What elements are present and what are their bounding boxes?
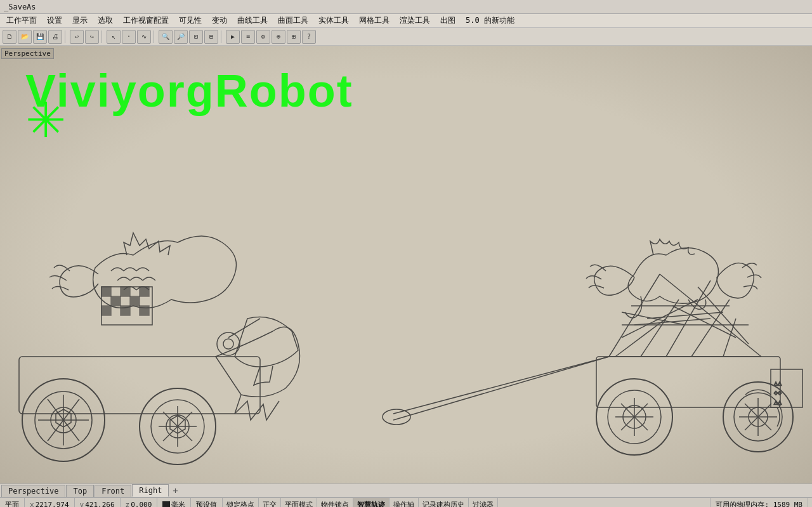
status-default: 预设值 bbox=[191, 498, 223, 507]
toolbar-sep-4 bbox=[221, 30, 223, 43]
svg-line-38 bbox=[691, 300, 730, 357]
toolbar-btn-point[interactable]: · bbox=[122, 30, 136, 44]
svg-rect-17 bbox=[111, 296, 121, 306]
menu-bar: 工作平面设置显示选取工作视窗配置可见性变动曲线工具曲面工具实体工具网格工具渲染工… bbox=[0, 14, 812, 28]
menu-item-变动[interactable]: 变动 bbox=[207, 14, 232, 27]
toolbar-btn-save[interactable]: 💾 bbox=[33, 30, 47, 44]
status-toggle-锁定格点[interactable]: 锁定格点 bbox=[223, 498, 259, 507]
svg-point-44 bbox=[383, 409, 410, 425]
view-tab-right[interactable]: Right bbox=[132, 484, 169, 497]
toolbar-btn-layer[interactable]: ≡ bbox=[241, 30, 255, 44]
menu-item-选取[interactable]: 选取 bbox=[93, 14, 118, 27]
toolbar-btn-zoom-window[interactable]: ⊡ bbox=[189, 30, 203, 44]
view-tabs: PerspectiveTopFrontRight+ bbox=[0, 484, 812, 497]
toolbar-btn-grid[interactable]: ⊞ bbox=[287, 30, 301, 44]
toolbar-btn-curve[interactable]: ∿ bbox=[137, 30, 151, 44]
menu-item-网格工具[interactable]: 网格工具 bbox=[354, 14, 395, 27]
menu-item-工作平面[interactable]: 工作平面 bbox=[1, 14, 42, 27]
toolbar-btn-select[interactable]: ↖ bbox=[107, 30, 121, 44]
watermark-text: ViviyorgRobot bbox=[25, 65, 353, 117]
toolbar-btn-redo[interactable]: ↪ bbox=[85, 30, 99, 44]
svg-line-30 bbox=[647, 312, 723, 319]
menu-item-5.0 的新功能[interactable]: 5.0 的新功能 bbox=[461, 14, 520, 27]
toolbar-btn-undo[interactable]: ↩ bbox=[70, 30, 84, 44]
svg-line-33 bbox=[634, 319, 710, 325]
status-toggle-物件锁点[interactable]: 物件锁点 bbox=[317, 498, 353, 507]
svg-rect-0 bbox=[19, 357, 260, 414]
viewport-label: Perspective bbox=[1, 48, 54, 59]
svg-rect-21 bbox=[140, 306, 149, 315]
status-coord-y: y 421.266 bbox=[75, 498, 121, 507]
status-toggle-正交[interactable]: 正交 bbox=[259, 498, 281, 507]
svg-line-36 bbox=[641, 300, 679, 357]
svg-rect-14 bbox=[102, 287, 111, 296]
toolbar-sep-2 bbox=[102, 30, 104, 43]
svg-point-24 bbox=[223, 339, 233, 349]
menu-item-工作视窗配置[interactable]: 工作视窗配置 bbox=[118, 14, 174, 27]
menu-item-出图[interactable]: 出图 bbox=[435, 14, 461, 27]
toolbar-sep-3 bbox=[154, 30, 156, 43]
toolbar-btn-print[interactable]: 🖨 bbox=[48, 30, 62, 44]
status-toggle-智慧轨迹[interactable]: 智慧轨迹 bbox=[353, 498, 390, 507]
status-coord-x: x 2217.974 bbox=[25, 498, 75, 507]
toolbar-btn-new[interactable]: 🗋 bbox=[3, 30, 16, 44]
toolbar-btn-zoom-out[interactable]: 🔎 bbox=[174, 30, 188, 44]
view-tab-front[interactable]: Front bbox=[95, 485, 131, 497]
menu-item-显示[interactable]: 显示 bbox=[67, 14, 93, 27]
status-memory: 可用的物理内存: 1589 MB bbox=[710, 498, 808, 507]
view-tab-top[interactable]: Top bbox=[66, 485, 94, 497]
view-tab-perspective[interactable]: Perspective bbox=[1, 485, 65, 497]
title-bar: _SaveAs bbox=[0, 0, 812, 14]
viewport[interactable]: Perspective ✳ ViviyorgRobot bbox=[0, 46, 812, 484]
menu-item-渲染工具[interactable]: 渲染工具 bbox=[395, 14, 435, 27]
status-toggle-过滤器[interactable]: 过滤器 bbox=[469, 498, 498, 507]
toolbar-btn-open[interactable]: 📂 bbox=[18, 30, 32, 44]
add-viewport-button[interactable]: + bbox=[169, 485, 181, 496]
status-toggle-记录建构历史[interactable]: 记录建构历史 bbox=[419, 498, 469, 507]
toolbar-btn-properties[interactable]: ⚙ bbox=[256, 30, 270, 44]
svg-line-39 bbox=[723, 319, 736, 357]
svg-rect-16 bbox=[140, 287, 149, 296]
menu-item-曲线工具[interactable]: 曲线工具 bbox=[232, 14, 273, 27]
toolbar: 🗋 📂 💾 🖨 ↩ ↪ ↖ · ∿ 🔍 🔎 ⊡ ⊞ ▶ ≡ ⚙ ⊕ ⊞ ? bbox=[0, 28, 812, 46]
toolbar-btn-render[interactable]: ▶ bbox=[226, 30, 240, 44]
menu-item-实体工具[interactable]: 实体工具 bbox=[313, 14, 354, 27]
snowflake-icon: ✳ bbox=[27, 84, 65, 147]
status-toggle-平面模式[interactable]: 平面模式 bbox=[281, 498, 317, 507]
svg-rect-19 bbox=[102, 306, 111, 315]
status-toggle-操作轴[interactable]: 操作轴 bbox=[390, 498, 419, 507]
status-plane: 平面 bbox=[4, 498, 25, 507]
svg-line-37 bbox=[666, 280, 710, 357]
title-text: _SaveAs bbox=[4, 3, 36, 11]
status-coord-z: z 0.000 bbox=[121, 498, 158, 507]
menu-item-可见性[interactable]: 可见性 bbox=[174, 14, 207, 27]
svg-line-43 bbox=[393, 357, 609, 420]
toolbar-btn-help[interactable]: ? bbox=[302, 30, 316, 44]
svg-rect-20 bbox=[121, 306, 130, 315]
menu-item-设置[interactable]: 设置 bbox=[42, 14, 67, 27]
menu-item-曲面工具[interactable]: 曲面工具 bbox=[273, 14, 313, 27]
svg-line-29 bbox=[622, 300, 698, 338]
svg-text:△△: △△ bbox=[774, 398, 782, 405]
svg-line-42 bbox=[393, 357, 609, 414]
status-bar: 平面x 2217.974y 421.266z 0.000 毫米预设值锁定格点正交… bbox=[0, 497, 812, 507]
toolbar-btn-zoom-all[interactable]: ⊞ bbox=[204, 30, 218, 44]
svg-text:△△: △△ bbox=[774, 379, 782, 386]
svg-rect-15 bbox=[121, 287, 130, 296]
svg-rect-18 bbox=[130, 296, 140, 306]
toolbar-sep-1 bbox=[65, 30, 67, 43]
status-unit: 毫米 bbox=[157, 498, 191, 507]
svg-text:◇◇: ◇◇ bbox=[774, 389, 782, 396]
toolbar-btn-zoom-in[interactable]: 🔍 bbox=[159, 30, 173, 44]
toolbar-btn-snap[interactable]: ⊕ bbox=[272, 30, 285, 44]
svg-line-26 bbox=[609, 274, 660, 357]
